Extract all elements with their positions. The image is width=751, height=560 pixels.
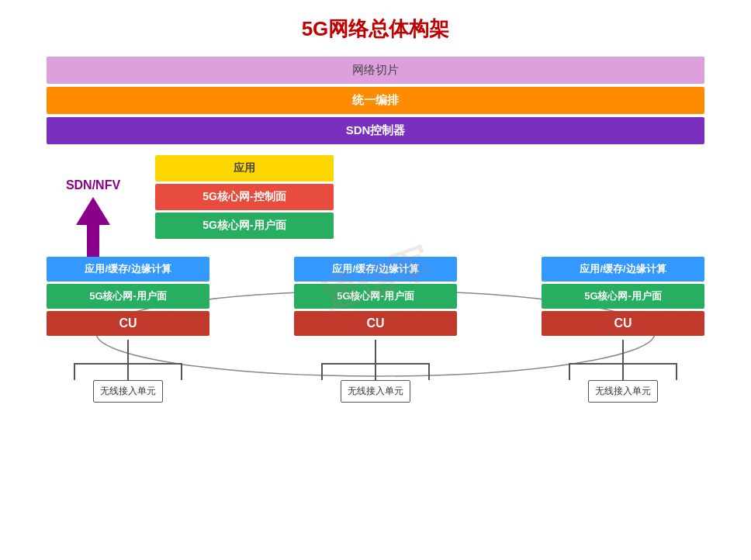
site1-h-line (74, 363, 182, 365)
site2-tree: 无线接入单元 (321, 363, 430, 403)
site2-h-line (321, 363, 430, 365)
site3-branch-left (569, 365, 570, 380)
site1-branch-right (181, 365, 182, 380)
central-core-control-layer: 5G核心网-控制面 (155, 184, 334, 210)
top-layers: 网络切片 统一编排 SDN控制器 (47, 57, 704, 144)
sdn-controller-layer: SDN控制器 (47, 117, 704, 144)
page-title: 5G网络总体构架 (47, 16, 704, 43)
site1-tree: 无线接入单元 (74, 363, 182, 403)
site-column-3: 应用/缓存/边缘计算 5G核心网-用户面 CU 无线接入单元 (542, 257, 704, 403)
arrow-up-icon (76, 197, 110, 225)
site2-wireless-unit: 无线接入单元 (341, 380, 410, 403)
bottom-section: 应用/缓存/边缘计算 5G核心网-用户面 CU 无线接入单元 (47, 257, 704, 403)
site1-branch-left (74, 365, 75, 380)
site-column-2: 应用/缓存/边缘计算 5G核心网-用户面 CU 无线接入单元 (294, 257, 457, 403)
unified-orchestration-layer: 统一编排 (47, 87, 704, 114)
middle-section: SDN/NFV 应用 5G核心网-控制面 5G核心网-用户面 (47, 155, 704, 241)
site2-branch-right (428, 365, 430, 380)
site3-h-line (569, 363, 677, 365)
site1-branch-mid (127, 365, 129, 380)
site1-wireless-unit: 无线接入单元 (93, 380, 163, 403)
site1-branch-line-left (74, 365, 75, 380)
site3-branch-line-right (676, 365, 677, 380)
site2-vertical-line (375, 340, 376, 363)
site2-cu-layer: CU (294, 311, 457, 336)
site2-branch-mid (375, 365, 376, 380)
site3-cu-layer: CU (542, 311, 704, 336)
site1-branches (74, 365, 182, 380)
site1-branch-line-mid (127, 365, 129, 380)
site3-vertical-line (622, 340, 624, 363)
site3-core-user-layer: 5G核心网-用户面 (542, 284, 704, 309)
site1-app-layer: 应用/缓存/边缘计算 (47, 257, 209, 282)
site3-branch-line-mid (622, 365, 624, 380)
site2-app-layer: 应用/缓存/边缘计算 (294, 257, 457, 282)
site3-wireless-unit: 无线接入单元 (588, 380, 658, 403)
central-core-user-layer: 5G核心网-用户面 (155, 213, 334, 239)
site3-branches (569, 365, 677, 380)
central-stack: 应用 5G核心网-控制面 5G核心网-用户面 (155, 155, 334, 241)
site3-app-layer: 应用/缓存/边缘计算 (542, 257, 704, 282)
site2-branch-line-right (428, 365, 430, 380)
site2-branch-line-left (321, 365, 323, 380)
site2-core-user-layer: 5G核心网-用户面 (294, 284, 457, 309)
site3-branch-mid (622, 365, 624, 380)
site3-tree: 无线接入单元 (569, 363, 677, 403)
site1-branch-line-right (181, 365, 182, 380)
site3-branch-right (676, 365, 677, 380)
network-slice-layer: 网络切片 (47, 57, 704, 84)
sdn-nfv-text: SDN/NFV (66, 178, 120, 192)
site1-cu-layer: CU (47, 311, 209, 336)
site2-branches (321, 365, 430, 380)
site1-core-user-layer: 5G核心网-用户面 (47, 284, 209, 309)
site2-branch-line-mid (375, 365, 376, 380)
page-container: 5G网络总体构架 网络切片 统一编排 SDN控制器 SDN/NFV 应用 5G核… (0, 0, 751, 560)
central-app-layer: 应用 (155, 155, 334, 181)
site-column-1: 应用/缓存/边缘计算 5G核心网-用户面 CU 无线接入单元 (47, 257, 209, 403)
site1-vertical-line (127, 340, 129, 363)
site3-branch-line-left (569, 365, 570, 380)
site2-branch-left (321, 365, 323, 380)
